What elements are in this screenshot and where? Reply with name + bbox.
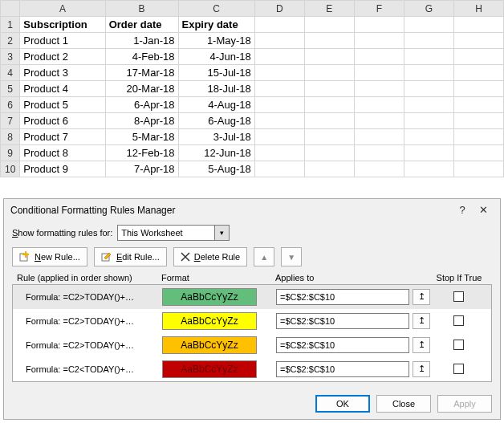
rule-row[interactable]: Formula: =C2<TODAY()+…AaBbCcYyZz=$C$2:$C…: [13, 357, 491, 381]
col-header-B[interactable]: B: [105, 1, 178, 17]
cell[interactable]: 4-Aug-18: [178, 97, 254, 113]
table-row[interactable]: 7Product 68-Apr-186-Aug-18: [1, 113, 504, 129]
cell[interactable]: 20-Mar-18: [105, 81, 178, 97]
cell[interactable]: [254, 113, 304, 129]
cell[interactable]: [354, 113, 404, 129]
cell[interactable]: [453, 145, 503, 161]
cell[interactable]: 6-Apr-18: [105, 97, 178, 113]
cell[interactable]: [453, 33, 503, 49]
cell[interactable]: [404, 17, 453, 33]
cell[interactable]: [354, 97, 404, 113]
cell[interactable]: 15-Jul-18: [178, 65, 254, 81]
col-header-G[interactable]: G: [404, 1, 453, 17]
cell[interactable]: 12-Feb-18: [105, 145, 178, 161]
table-row[interactable]: 9Product 812-Feb-1812-Jun-18: [1, 145, 504, 161]
cell[interactable]: Product 8: [20, 145, 105, 161]
cell[interactable]: 4-Jun-18: [178, 49, 254, 65]
close-icon[interactable]: ✕: [473, 202, 494, 218]
table-row[interactable]: 5Product 420-Mar-1818-Jul-18: [1, 81, 504, 97]
cell[interactable]: [354, 81, 404, 97]
rule-row[interactable]: Formula: =C2>TODAY()+…AaBbCcYyZz=$C$2:$C…: [13, 333, 491, 357]
cell[interactable]: [304, 33, 354, 49]
cell[interactable]: [453, 81, 503, 97]
close-button[interactable]: Close: [376, 395, 431, 413]
cell[interactable]: [354, 129, 404, 145]
cell[interactable]: [254, 145, 304, 161]
cell[interactable]: [453, 49, 503, 65]
cell[interactable]: [304, 81, 354, 97]
col-header-F[interactable]: F: [354, 1, 404, 17]
cell[interactable]: 6-Aug-18: [178, 113, 254, 129]
cell[interactable]: Product 6: [20, 113, 105, 129]
cell[interactable]: [404, 113, 453, 129]
cell[interactable]: [404, 129, 453, 145]
rule-row[interactable]: Formula: =C2>TODAY()+…AaBbCcYyZz=$C$2:$C…: [13, 309, 491, 333]
column-headers[interactable]: A B C D E F G H: [1, 1, 504, 17]
applies-to-input[interactable]: =$C$2:$C$10: [276, 313, 409, 329]
cell[interactable]: [304, 97, 354, 113]
cell[interactable]: [404, 81, 453, 97]
range-picker-button[interactable]: ↥: [413, 289, 430, 305]
range-picker-button[interactable]: ↥: [413, 337, 430, 353]
cell[interactable]: [304, 145, 354, 161]
cell[interactable]: 5-Mar-18: [105, 129, 178, 145]
cell[interactable]: Product 1: [20, 33, 105, 49]
applies-to-input[interactable]: =$C$2:$C$10: [276, 361, 409, 377]
cell[interactable]: [354, 65, 404, 81]
new-rule-button[interactable]: New Rule...: [12, 247, 87, 266]
cell[interactable]: Expiry date: [178, 17, 254, 33]
cell[interactable]: 4-Feb-18: [105, 49, 178, 65]
cell[interactable]: 18-Jul-18: [178, 81, 254, 97]
cell[interactable]: [404, 97, 453, 113]
row-header[interactable]: 5: [1, 81, 20, 97]
cell[interactable]: Product 7: [20, 129, 105, 145]
rules-list[interactable]: Formula: =C2>TODAY()+…AaBbCcYyZz=$C$2:$C…: [12, 284, 492, 382]
stop-if-true-checkbox[interactable]: [453, 291, 464, 302]
col-header-A[interactable]: A: [20, 1, 105, 17]
cell[interactable]: Product 5: [20, 97, 105, 113]
table-row[interactable]: 4Product 317-Mar-1815-Jul-18: [1, 65, 504, 81]
cell[interactable]: [254, 17, 304, 33]
col-header-C[interactable]: C: [178, 1, 254, 17]
cell[interactable]: [404, 145, 453, 161]
cell[interactable]: [453, 113, 503, 129]
cell[interactable]: 3-Jul-18: [178, 129, 254, 145]
row-header[interactable]: 9: [1, 145, 20, 161]
cell[interactable]: [304, 17, 354, 33]
stop-if-true-checkbox[interactable]: [453, 364, 464, 374]
cell[interactable]: [354, 161, 404, 177]
stop-if-true-checkbox[interactable]: [453, 315, 464, 326]
cell[interactable]: Product 4: [20, 81, 105, 97]
row-header[interactable]: 10: [1, 161, 20, 177]
move-up-button[interactable]: ▲: [254, 247, 274, 266]
cell[interactable]: [354, 17, 404, 33]
edit-rule-button[interactable]: Edit Rule...: [94, 247, 167, 266]
cell[interactable]: 12-Jun-18: [178, 145, 254, 161]
cell[interactable]: Order date: [105, 17, 178, 33]
row-header[interactable]: 8: [1, 129, 20, 145]
cell[interactable]: [453, 161, 503, 177]
cell[interactable]: [404, 49, 453, 65]
cell[interactable]: [453, 129, 503, 145]
cell[interactable]: [354, 33, 404, 49]
dialog-titlebar[interactable]: Conditional Formatting Rules Manager ? ✕: [4, 199, 500, 222]
row-header[interactable]: 2: [1, 33, 20, 49]
cell[interactable]: Product 2: [20, 49, 105, 65]
table-row[interactable]: 10Product 97-Apr-185-Aug-18: [1, 161, 504, 177]
cell[interactable]: [453, 97, 503, 113]
applies-to-input[interactable]: =$C$2:$C$10: [276, 337, 409, 353]
rule-row[interactable]: Formula: =C2>TODAY()+…AaBbCcYyZz=$C$2:$C…: [13, 285, 491, 309]
cell[interactable]: [354, 145, 404, 161]
cell[interactable]: 1-Jan-18: [105, 33, 178, 49]
help-button[interactable]: ?: [452, 202, 473, 218]
table-row[interactable]: 8Product 75-Mar-183-Jul-18: [1, 129, 504, 145]
move-down-button[interactable]: ▼: [281, 247, 302, 266]
cell[interactable]: Product 3: [20, 65, 105, 81]
cell[interactable]: [304, 129, 354, 145]
cell[interactable]: [304, 113, 354, 129]
cell[interactable]: [304, 65, 354, 81]
cell[interactable]: 5-Aug-18: [178, 161, 254, 177]
spreadsheet-grid[interactable]: A B C D E F G H 1SubscriptionOrder dateE…: [0, 0, 504, 177]
cell[interactable]: 17-Mar-18: [105, 65, 178, 81]
range-picker-button[interactable]: ↥: [413, 361, 430, 377]
